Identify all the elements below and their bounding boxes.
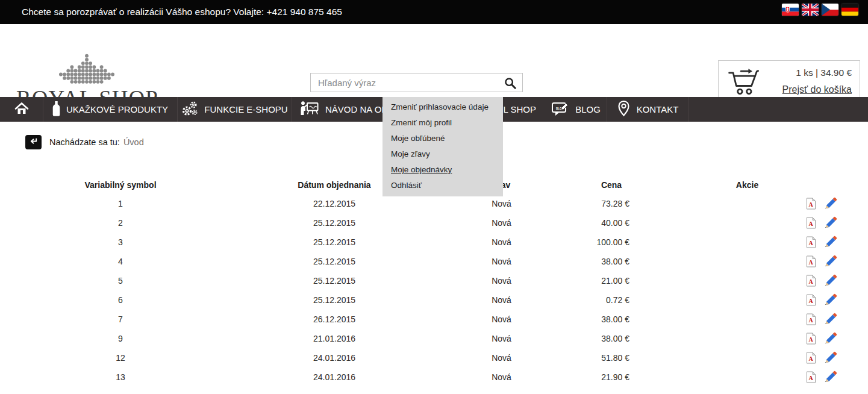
- pdf-icon[interactable]: A: [806, 352, 816, 364]
- order-status: Nová: [428, 314, 575, 324]
- search-box: [310, 73, 523, 92]
- slovak-flag-icon[interactable]: [782, 4, 799, 16]
- table-row: 1 22.12.2015 Nová 73.28 € A: [0, 194, 868, 213]
- bottle-icon: [52, 101, 60, 119]
- cart-summary: 1 ks | 34.90 €: [796, 67, 852, 78]
- nav-item-home[interactable]: [0, 97, 43, 122]
- order-symbol: 3: [0, 237, 241, 247]
- order-status: Nová: [428, 218, 575, 228]
- language-switcher: [782, 4, 858, 16]
- blog-icon: BLOG: [551, 101, 569, 119]
- pdf-icon[interactable]: A: [806, 217, 816, 229]
- order-date: 25.12.2015: [241, 257, 428, 266]
- table-row: 7 26.12.2015 Nová 38.00 € A: [0, 310, 868, 329]
- svg-text:A: A: [808, 298, 813, 304]
- pdf-icon[interactable]: A: [806, 371, 816, 383]
- order-date: 25.12.2015: [241, 295, 428, 305]
- table-row: 13 24.01.2016 Nová 21.90 € A: [0, 367, 868, 387]
- orders-table-body: 1 22.12.2015 Nová 73.28 € A: [0, 194, 868, 387]
- order-date: 25.12.2015: [241, 276, 428, 286]
- order-status: Nová: [428, 372, 575, 382]
- map-pin-icon: [617, 100, 631, 119]
- nav-label: UKAŽKOVÉ PRODUKTY: [66, 104, 168, 114]
- pdf-icon[interactable]: A: [806, 198, 816, 210]
- order-actions: A: [660, 197, 868, 211]
- svg-text:A: A: [808, 375, 813, 381]
- breadcrumb-label: Nachádzate sa tu:: [49, 137, 120, 147]
- table-row: 2 25.12.2015 Nová 40.00 € A: [0, 213, 868, 233]
- go-to-cart-link[interactable]: Prejsť do košíka: [782, 84, 852, 95]
- profile-menu-item[interactable]: Odhlásiť: [382, 178, 503, 193]
- pdf-icon[interactable]: A: [806, 255, 816, 267]
- order-status: Nová: [428, 353, 575, 363]
- pdf-icon[interactable]: A: [806, 313, 816, 325]
- pdf-icon[interactable]: A: [806, 333, 816, 345]
- crown-icon: [16, 54, 157, 86]
- cart-icon[interactable]: [726, 66, 761, 99]
- site-header: ROYAL SHOP Môj profil: [0, 24, 868, 97]
- order-actions: A: [660, 274, 868, 288]
- order-symbol: 2: [0, 218, 241, 228]
- edit-icon[interactable]: [823, 236, 837, 249]
- search-input[interactable]: [311, 74, 499, 91]
- profile-menu-item[interactable]: Moje obľúbené: [382, 131, 503, 146]
- profile-menu-item[interactable]: Moje zľavy: [382, 146, 503, 162]
- breadcrumb-current[interactable]: Úvod: [123, 137, 144, 147]
- order-actions: A: [660, 216, 868, 230]
- home-icon: [14, 101, 30, 117]
- edit-icon[interactable]: [823, 274, 837, 288]
- order-actions: A: [660, 293, 868, 307]
- nav-label: NÁVOD NA OB: [325, 104, 387, 114]
- edit-icon[interactable]: [823, 371, 837, 384]
- pdf-icon[interactable]: A: [806, 294, 816, 306]
- order-status: Nová: [428, 199, 575, 208]
- profile-menu-item[interactable]: Zmeniť prihlasovacie údaje: [382, 99, 503, 115]
- edit-icon[interactable]: [823, 255, 837, 269]
- order-price: 40.00 €: [575, 218, 660, 228]
- profile-dropdown: Zmeniť prihlasovacie údaje Zmeniť môj pr…: [382, 97, 503, 196]
- order-actions: A: [660, 255, 868, 269]
- edit-icon[interactable]: [823, 332, 837, 346]
- order-symbol: 4: [0, 257, 241, 266]
- profile-menu-item[interactable]: Moje objednávky: [382, 162, 503, 178]
- order-status: Nová: [428, 295, 575, 305]
- top-bar-message: Chcete sa porozprávať o realizácii Vášho…: [22, 0, 342, 24]
- edit-icon[interactable]: [823, 216, 837, 230]
- order-actions: A: [660, 236, 868, 249]
- profile-menu-item[interactable]: Zmeniť môj profil: [382, 115, 503, 131]
- order-actions: A: [660, 351, 868, 365]
- order-date: 24.01.2016: [241, 353, 428, 363]
- edit-icon[interactable]: [823, 313, 837, 327]
- search-icon[interactable]: [504, 77, 517, 92]
- pdf-icon[interactable]: A: [806, 236, 816, 248]
- order-date: 26.12.2015: [241, 314, 428, 324]
- pdf-icon[interactable]: A: [806, 275, 816, 287]
- col-header-price: Cena: [575, 180, 660, 190]
- edit-icon[interactable]: [823, 351, 837, 365]
- nav-label: L SHOP: [504, 104, 536, 114]
- order-actions: A: [660, 332, 868, 346]
- table-row: 6 25.12.2015 Nová 0.72 € A: [0, 290, 868, 310]
- nav-item-ukazkove-produkty[interactable]: UKAŽKOVÉ PRODUKTY: [43, 97, 178, 122]
- order-actions: A: [660, 313, 868, 327]
- back-button[interactable]: [25, 135, 42, 149]
- order-date: 22.12.2015: [241, 199, 428, 208]
- nav-item-blog[interactable]: BLOG BLOG: [545, 97, 607, 122]
- nav-item-kontakt[interactable]: KONTAKT: [607, 97, 688, 122]
- order-price: 73.28 €: [575, 199, 660, 208]
- german-flag-icon[interactable]: [841, 4, 858, 16]
- svg-text:A: A: [808, 355, 813, 362]
- table-row: 9 21.01.2016 Nová 38.00 € A: [0, 329, 868, 348]
- order-symbol: 9: [0, 334, 241, 343]
- col-header-actions: Akcie: [660, 180, 868, 190]
- nav-filler: [688, 97, 868, 122]
- edit-icon[interactable]: [823, 197, 837, 211]
- edit-icon[interactable]: [823, 293, 837, 307]
- czech-flag-icon[interactable]: [822, 4, 838, 16]
- order-date: 24.01.2016: [241, 372, 428, 382]
- nav-item-funkcie-eshopu[interactable]: FUNKCIE E-SHOPU: [178, 97, 292, 122]
- order-status: Nová: [428, 334, 575, 343]
- nav-label: KONTAKT: [637, 104, 679, 114]
- table-row: 12 24.01.2016 Nová 51.80 € A: [0, 348, 868, 367]
- uk-flag-icon[interactable]: [802, 4, 819, 16]
